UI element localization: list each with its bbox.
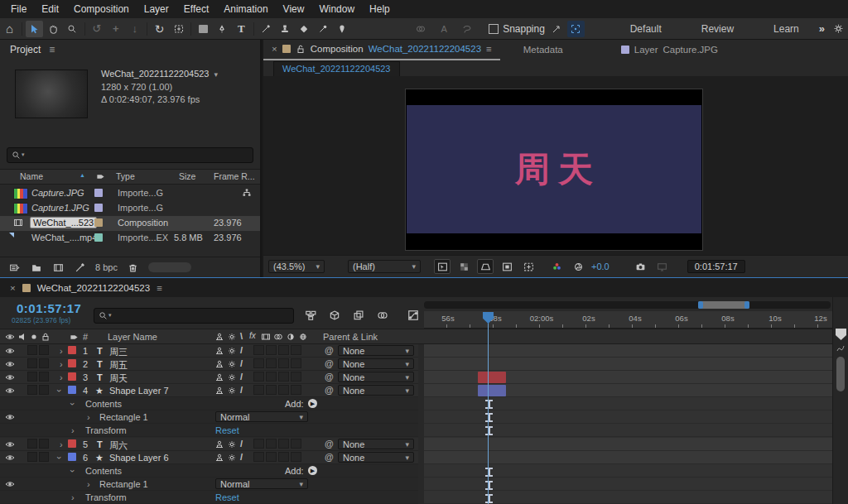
playhead-line[interactable] <box>488 315 489 504</box>
collapse-transformations-icon[interactable] <box>227 372 237 382</box>
quality-icon[interactable]: / <box>240 439 243 449</box>
show-snapshot-icon[interactable] <box>654 259 671 274</box>
quality-icon[interactable]: \ <box>240 331 243 341</box>
region-of-interest-icon[interactable] <box>170 21 187 37</box>
collapse-chevron-icon[interactable]: › <box>68 402 78 406</box>
expand-chevron-icon[interactable]: › <box>60 372 63 382</box>
label-column-tag-icon[interactable] <box>96 172 105 181</box>
transform-row[interactable]: › Transform Reset <box>0 424 418 437</box>
motion-blur-icon[interactable] <box>377 310 388 321</box>
blend-mode-dropdown[interactable]: Normal▾ <box>215 478 308 489</box>
expand-chevron-icon[interactable]: › <box>60 359 63 369</box>
layer-name[interactable]: 周三 <box>109 346 128 358</box>
pickwhip-icon[interactable]: @ <box>325 372 334 382</box>
parent-dropdown[interactable]: None▾ <box>338 345 414 356</box>
selection-tool-icon[interactable] <box>26 21 43 37</box>
timeline-tab-name[interactable]: WeChat_20221122204523 <box>37 283 150 293</box>
text-on-path-tool-icon[interactable]: A <box>435 21 453 37</box>
resolution-dropdown[interactable]: (Half)▾ <box>348 260 421 273</box>
collapse-transformations-icon[interactable] <box>227 453 237 463</box>
viewer-subtab[interactable]: WeChat_20221122204523 <box>273 61 400 77</box>
navigator-handle-left[interactable] <box>698 301 703 309</box>
eye-icon[interactable] <box>5 479 15 489</box>
column-name[interactable]: Name <box>20 171 43 181</box>
eye-icon[interactable] <box>5 453 15 463</box>
column-size[interactable]: Size <box>179 171 195 181</box>
eye-icon[interactable] <box>5 346 15 356</box>
magnification-dropdown[interactable]: (43.5%)▾ <box>268 260 325 273</box>
pickwhip-icon[interactable]: @ <box>325 439 334 449</box>
project-panel-menu-icon[interactable]: ≡ <box>49 44 55 55</box>
layer-name[interactable]: Shape Layer 6 <box>109 453 169 463</box>
panel-menu-icon[interactable]: ≡ <box>486 44 492 54</box>
roto-brush-tool-icon[interactable] <box>314 21 331 37</box>
parent-dropdown[interactable]: None▾ <box>338 358 414 369</box>
layer-row-5[interactable]: › 5 T 周六 / @ None▾ <box>0 438 418 451</box>
collapse-chevron-icon[interactable]: › <box>68 469 78 473</box>
eye-icon[interactable] <box>5 359 15 369</box>
contents-group-row[interactable]: › Contents Add: ▶ <box>0 397 418 410</box>
choose-grid-guide-icon[interactable] <box>434 259 450 274</box>
layer-duration-bar-red[interactable] <box>478 372 506 383</box>
column-type[interactable]: Type <box>116 171 135 181</box>
label-color-swatch[interactable] <box>94 204 103 212</box>
viewer-canvas[interactable]: 周天 <box>263 76 848 255</box>
timeline-navigator[interactable] <box>424 301 831 309</box>
shy-icon[interactable] <box>214 372 224 382</box>
project-row-capture-jpg[interactable]: Capture.JPG Importe...G <box>0 186 260 201</box>
project-row-wechat-comp[interactable]: WeChat_...523 Composition 23.976 <box>0 216 260 231</box>
fx-icon[interactable]: fx <box>249 331 256 340</box>
workspace-overflow-chevrons[interactable]: » <box>819 22 823 35</box>
3d-layer-icon[interactable] <box>298 332 308 342</box>
snapping-checkbox[interactable] <box>489 24 499 34</box>
expand-chevron-icon[interactable]: › <box>60 439 63 449</box>
layer-name[interactable]: 周天 <box>109 372 128 385</box>
draft-3d-icon[interactable] <box>329 310 340 321</box>
parent-dropdown[interactable]: None▾ <box>338 452 414 463</box>
marker-pen-icon[interactable] <box>836 343 846 353</box>
workspace-default[interactable]: Default <box>610 23 682 35</box>
label-color-swatch[interactable] <box>94 233 103 242</box>
layer-row-6[interactable]: › 6 ★ Shape Layer 6 / @ None▾ <box>0 451 418 464</box>
exposure-shutter-icon[interactable] <box>570 259 586 274</box>
adjustment-layer-icon[interactable] <box>286 332 296 342</box>
sort-asc-icon[interactable]: ▲ <box>80 172 85 178</box>
workspace-learn[interactable]: Learn <box>754 23 819 35</box>
column-number[interactable]: # <box>83 332 88 342</box>
snapping-toggle[interactable]: Snapping <box>489 23 545 35</box>
eye-icon[interactable] <box>5 412 15 422</box>
layer-row-4[interactable]: › 4 ★ Shape Layer 7 / @ None▾ <box>0 384 418 397</box>
guides-icon[interactable] <box>520 259 537 274</box>
parent-dropdown[interactable]: None▾ <box>338 372 414 382</box>
workspace-gear-icon[interactable] <box>830 21 847 37</box>
column-parent-link[interactable]: Parent & Link <box>323 332 378 342</box>
project-search-input[interactable] <box>7 147 253 163</box>
viewer-timecode[interactable]: 0:01:57:17 <box>687 260 745 273</box>
close-icon[interactable]: × <box>272 44 277 54</box>
eye-icon[interactable] <box>5 439 15 449</box>
expand-chevron-icon[interactable]: › <box>71 492 75 502</box>
reset-link[interactable]: Reset <box>215 425 239 435</box>
snapshot-camera-icon[interactable] <box>633 259 649 274</box>
quality-icon[interactable]: / <box>240 372 243 382</box>
pickwhip-icon[interactable]: @ <box>325 345 334 355</box>
workspace-review[interactable]: Review <box>682 23 754 35</box>
add-property-icon[interactable]: ▶ <box>308 466 317 475</box>
channel-rgb-icon[interactable] <box>548 259 565 274</box>
expand-chevron-icon[interactable]: › <box>60 346 63 356</box>
menu-effect[interactable]: Effect <box>176 3 216 15</box>
collapse-transformations-icon[interactable] <box>227 346 237 356</box>
menu-composition[interactable]: Composition <box>66 3 137 15</box>
mask-feather-tool-icon[interactable] <box>412 21 430 37</box>
orbit-camera-tool-icon[interactable]: ↺ <box>89 21 106 37</box>
layer-row-1[interactable]: › 1 T 周三 / @ None▾ <box>0 344 418 358</box>
menu-window[interactable]: Window <box>311 3 362 15</box>
collapse-transformations-icon[interactable] <box>227 386 237 396</box>
menu-help[interactable]: Help <box>362 3 398 15</box>
layer-name[interactable]: 周六 <box>109 439 128 452</box>
comp-marker-bin-icon[interactable] <box>836 329 846 340</box>
blend-mode-dropdown[interactable]: Normal▾ <box>215 411 308 422</box>
brush-tool-icon[interactable] <box>258 21 275 37</box>
quality-icon[interactable]: / <box>240 345 243 355</box>
color-depth-button[interactable]: 8 bpc <box>95 262 118 272</box>
